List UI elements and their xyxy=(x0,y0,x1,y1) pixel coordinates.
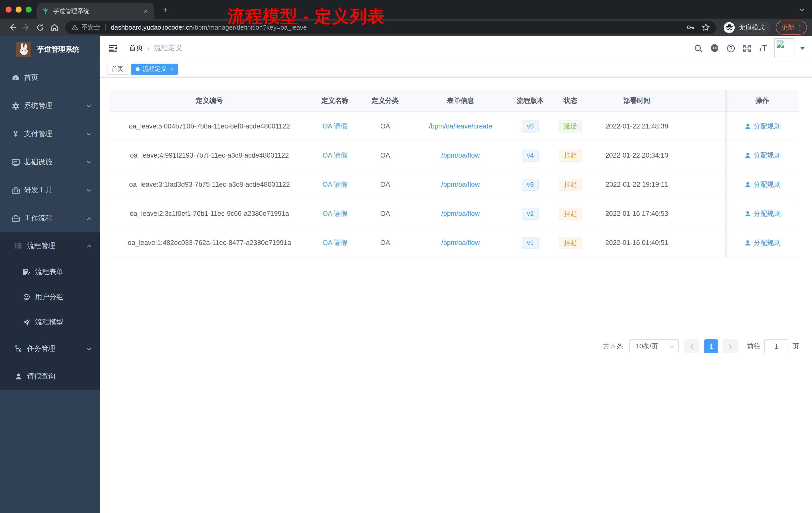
form-link[interactable]: /bpm/oa/flow xyxy=(441,239,480,246)
assign-rule-link[interactable]: 分配规则 xyxy=(744,180,781,189)
workflow-submenu: 流程管理 流程表单 用户分组 流程模型 xyxy=(0,233,100,390)
version-badge: v5 xyxy=(522,120,539,132)
avatar-caret-down-icon[interactable] xyxy=(800,47,805,50)
browser-tabstrip: 芋道管理系统 × + xyxy=(0,0,812,19)
form-link[interactable]: /bpm/oa/flow xyxy=(441,181,480,188)
version-badge: v4 xyxy=(522,149,539,161)
sidebar-item-label: 流程模型 xyxy=(35,318,92,327)
security-warning-icon[interactable] xyxy=(71,24,78,31)
gear-icon xyxy=(11,101,20,111)
assign-rule-link[interactable]: 分配规则 xyxy=(744,122,781,131)
tab-search-chevron-icon[interactable] xyxy=(799,6,805,12)
sidebar-toggle-icon[interactable] xyxy=(109,44,117,53)
definition-id: oa_leave:4:991f2193-7b7f-11ec-a3c8-acde4… xyxy=(109,152,310,159)
browser-tab[interactable]: 芋道管理系统 × xyxy=(37,3,154,19)
bookmark-star-icon[interactable] xyxy=(701,23,710,32)
definition-name-link[interactable]: OA 请假 xyxy=(322,210,347,217)
browser-menu-kebab-icon[interactable]: ⋮ xyxy=(796,23,804,31)
update-label[interactable]: 更新 xyxy=(781,23,794,32)
sidebar-item-home[interactable]: 首页 xyxy=(0,64,100,92)
tab-close-icon[interactable]: × xyxy=(143,7,149,15)
deploy-time: 2022-01-22 20:34:10 xyxy=(591,152,683,159)
forward-button[interactable] xyxy=(19,21,33,34)
form-link[interactable]: /bpm/oa/flow xyxy=(441,210,480,217)
avatar[interactable] xyxy=(774,38,794,58)
sidebar-item-system[interactable]: 系统管理 xyxy=(0,92,100,120)
tag-home[interactable]: 首页 xyxy=(107,63,128,74)
version-badge: v3 xyxy=(522,178,539,190)
goto-label: 前往 xyxy=(747,342,760,351)
user-icon xyxy=(744,152,751,159)
sidebar-item-workflow[interactable]: 工作流程 xyxy=(0,204,100,233)
favicon-leaf-icon xyxy=(42,7,49,14)
page-size-select[interactable]: 10条/页 xyxy=(629,339,679,353)
new-tab-button[interactable]: + xyxy=(160,4,171,16)
form-icon xyxy=(22,268,31,277)
form-link[interactable]: /bpm/oa/flow xyxy=(441,152,480,159)
close-window-button[interactable] xyxy=(5,6,11,12)
table-row: oa_leave:3:1fad3d93-7b75-11ec-a3c8-acde4… xyxy=(109,170,799,199)
monitor-icon xyxy=(11,158,20,167)
address-bar[interactable]: 不安全 dashboard.yudao.iocoder.cn /bpm/mana… xyxy=(65,21,716,34)
sidebar-item-user-group[interactable]: 用户分组 xyxy=(0,284,100,310)
chrome-update-button[interactable]: 更新 ⋮ xyxy=(776,20,807,34)
next-page-button[interactable] xyxy=(723,339,738,353)
sidebar-item-process-form[interactable]: 流程表单 xyxy=(0,260,100,284)
list-icon xyxy=(14,241,23,250)
breadcrumb-separator: / xyxy=(148,44,150,52)
help-icon[interactable] xyxy=(727,44,735,53)
font-size-icon[interactable]: TT xyxy=(759,44,767,52)
github-icon[interactable] xyxy=(710,44,719,53)
tree-icon xyxy=(14,344,23,353)
definition-category: OA xyxy=(360,239,410,246)
search-icon[interactable] xyxy=(694,44,702,53)
assign-rule-link[interactable]: 分配规则 xyxy=(744,238,781,247)
deploy-time: 2022-01-22 19:19:11 xyxy=(591,181,683,188)
maximize-window-button[interactable] xyxy=(26,6,32,12)
goto-page-input[interactable] xyxy=(764,339,788,353)
screen: 芋道管理系统 × + 不安全 dashboard.yudao.iocoder.c… xyxy=(0,0,812,513)
tag-close-icon[interactable]: × xyxy=(170,66,174,72)
breadcrumb-home[interactable]: 首页 xyxy=(129,44,143,53)
definition-category: OA xyxy=(360,122,410,130)
table-row: oa_leave:4:991f2193-7b7f-11ec-a3c8-acde4… xyxy=(109,141,799,170)
table-row: oa_leave:1:482ec033-762a-11ec-8477-a2380… xyxy=(109,229,799,258)
deploy-time: 2022-01-16 17:46:53 xyxy=(591,210,683,217)
assign-rule-link[interactable]: 分配规则 xyxy=(744,151,781,160)
url-host[interactable]: dashboard.yudao.iocoder.cn xyxy=(111,24,193,31)
definition-name-link[interactable]: OA 请假 xyxy=(322,151,347,159)
version-badge: v1 xyxy=(522,237,539,249)
status-badge: 挂起 xyxy=(559,208,582,220)
chevron-down-icon xyxy=(86,131,92,137)
form-link[interactable]: /bpm/oa/leave/create xyxy=(429,122,492,130)
window-controls[interactable] xyxy=(5,6,32,12)
definition-name-link[interactable]: OA 请假 xyxy=(322,122,347,130)
sidebar-item-process-model[interactable]: 流程模型 xyxy=(0,310,100,335)
sidebar-item-label: 支付管理 xyxy=(24,129,86,139)
assign-rule-link[interactable]: 分配规则 xyxy=(744,209,781,218)
tag-process-definition[interactable]: 流程定义 × xyxy=(131,63,178,74)
fullscreen-icon[interactable] xyxy=(743,44,751,53)
password-key-icon[interactable] xyxy=(686,23,695,32)
sidebar-item-devtools[interactable]: 研发工具 xyxy=(0,176,100,204)
page-number-current[interactable]: 1 xyxy=(704,339,718,353)
app-navbar: 首页 / 流程定义 TT xyxy=(100,36,812,61)
security-label[interactable]: 不安全 xyxy=(81,23,100,32)
definition-category: OA xyxy=(360,181,410,188)
definition-name-link[interactable]: OA 请假 xyxy=(322,239,347,246)
logo-avatar xyxy=(16,42,31,57)
sidebar-item-process-mgmt[interactable]: 流程管理 xyxy=(0,233,100,260)
sidebar-item-infra[interactable]: 基础设施 xyxy=(0,148,100,176)
sidebar-item-task-mgmt[interactable]: 任务管理 xyxy=(0,335,100,363)
sidebar-logo[interactable]: 芋道管理系统 xyxy=(0,36,100,64)
sidebar-item-label: 基础设施 xyxy=(24,158,86,167)
back-button[interactable] xyxy=(5,21,19,34)
chevron-down-icon xyxy=(86,187,92,193)
reload-button[interactable] xyxy=(33,21,47,34)
minimize-window-button[interactable] xyxy=(16,6,22,12)
definition-name-link[interactable]: OA 请假 xyxy=(322,180,347,188)
home-button[interactable] xyxy=(47,21,61,34)
sidebar-item-payment[interactable]: ¥ 支付管理 xyxy=(0,120,100,148)
sidebar-item-leave-query[interactable]: 请假查询 xyxy=(0,363,100,390)
prev-page-button[interactable] xyxy=(684,339,699,353)
